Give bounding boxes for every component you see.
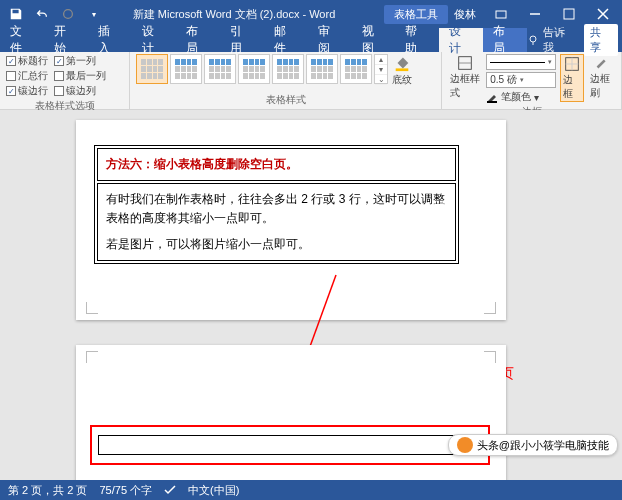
undo-icon[interactable] <box>32 4 52 24</box>
title-bar: ▾ 新建 Microsoft Word 文档 (2).docx - Word 表… <box>0 0 622 28</box>
pen-icon <box>486 91 498 103</box>
checkbox-banded-rows[interactable]: ✓镶边行 <box>6 84 48 98</box>
ribbon: ✓标题行 ✓第一列 汇总行 最后一列 ✓镶边行 镶边列 表格样式选项 ▴▾⌄ <box>0 52 622 110</box>
minimize-button[interactable] <box>520 0 550 28</box>
tab-table-design[interactable]: 设计 <box>439 28 483 52</box>
table-title: 方法六：缩小表格高度删除空白页。 <box>106 157 298 171</box>
save-icon[interactable] <box>6 4 26 24</box>
maximize-button[interactable] <box>554 0 584 28</box>
borders-button[interactable]: 边框 <box>560 54 584 102</box>
user-name[interactable]: 俊林 <box>448 7 482 22</box>
checkbox-last-column[interactable]: 最后一列 <box>54 69 106 83</box>
tab-table-layout[interactable]: 布局 <box>483 28 527 52</box>
ribbon-tabs: 文件 开始 插入 设计 布局 引用 邮件 审阅 视图 帮助 设计 布局 告诉我 … <box>0 28 622 52</box>
svg-point-0 <box>64 10 73 19</box>
tab-help[interactable]: 帮助 <box>395 28 439 52</box>
tab-file[interactable]: 文件 <box>0 28 44 52</box>
empty-table[interactable] <box>98 435 482 455</box>
table-styles-more[interactable]: ▴▾⌄ <box>374 54 388 84</box>
tab-mailings[interactable]: 邮件 <box>264 28 308 52</box>
avatar-icon <box>457 437 473 453</box>
tab-insert[interactable]: 插入 <box>88 28 132 52</box>
shading-button[interactable]: 底纹 <box>390 54 414 87</box>
page-corner <box>484 351 496 363</box>
annotation-highlight-box <box>90 425 490 465</box>
redo-icon[interactable] <box>58 4 78 24</box>
watermark-badge: 头条@跟小小筱学电脑技能 <box>448 434 618 456</box>
table-style-item[interactable] <box>340 54 372 84</box>
checkbox-total-row[interactable]: 汇总行 <box>6 69 48 83</box>
group-table-styles: ▴▾⌄ 底纹 表格样式 <box>130 52 442 109</box>
checkbox-banded-cols[interactable]: 镶边列 <box>54 84 96 98</box>
language-indicator[interactable]: 中文(中国) <box>188 483 239 498</box>
document-table[interactable]: 方法六：缩小表格高度删除空白页。 有时我们在制作表格时，往往会多出 2 行或 3… <box>94 145 459 264</box>
group-style-options: ✓标题行 ✓第一列 汇总行 最后一列 ✓镶边行 镶边列 表格样式选项 <box>0 52 130 109</box>
tab-home[interactable]: 开始 <box>44 28 88 52</box>
page-corner <box>484 302 496 314</box>
page-corner <box>86 302 98 314</box>
tab-layout-main[interactable]: 布局 <box>176 28 220 52</box>
pen-color-button[interactable]: 笔颜色▾ <box>486 90 556 104</box>
table-style-item[interactable] <box>306 54 338 84</box>
border-weight[interactable]: 0.5 磅▾ <box>486 72 556 88</box>
border-painter-button[interactable]: 边框刷 <box>588 54 615 100</box>
svg-rect-3 <box>564 9 574 19</box>
bucket-icon <box>392 54 412 72</box>
border-style-icon <box>456 54 474 72</box>
word-count[interactable]: 75/75 个字 <box>99 483 152 498</box>
group-borders: 边框样式 ▾ 0.5 磅▾ 笔颜色▾ 边框 边框刷 边框 <box>442 52 622 109</box>
table-style-item[interactable] <box>204 54 236 84</box>
group-label: 表格样式 <box>136 92 435 107</box>
svg-rect-1 <box>496 11 506 18</box>
status-bar: 第 2 页，共 2 页 75/75 个字 中文(中国) <box>0 480 622 500</box>
tab-design-main[interactable]: 设计 <box>132 28 176 52</box>
table-style-item[interactable] <box>238 54 270 84</box>
table-body: 有时我们在制作表格时，往往会多出 2 行或 3 行，这时可以调整表格的高度将其缩… <box>106 190 447 228</box>
table-style-item[interactable] <box>170 54 202 84</box>
contextual-tab-label: 表格工具 <box>384 5 448 24</box>
page-2 <box>76 345 506 480</box>
tab-view[interactable]: 视图 <box>352 28 396 52</box>
page-1: 方法六：缩小表格高度删除空白页。 有时我们在制作表格时，往往会多出 2 行或 3… <box>76 120 506 320</box>
document-title: 新建 Microsoft Word 文档 (2).docx - Word <box>104 7 364 22</box>
checkbox-header-row[interactable]: ✓标题行 <box>6 54 48 68</box>
spell-check-icon[interactable] <box>164 484 176 496</box>
borders-icon <box>563 55 581 73</box>
page-corner <box>86 351 98 363</box>
page-indicator[interactable]: 第 2 页，共 2 页 <box>8 483 87 498</box>
border-styles-button[interactable]: 边框样式 <box>448 54 482 100</box>
svg-rect-6 <box>396 68 409 71</box>
qat-customize-icon[interactable]: ▾ <box>84 4 104 24</box>
table-style-item[interactable] <box>136 54 168 84</box>
brush-icon <box>593 54 611 72</box>
svg-point-4 <box>530 36 536 42</box>
tab-review[interactable]: 审阅 <box>308 28 352 52</box>
lightbulb-icon <box>527 34 539 46</box>
table-style-item[interactable] <box>272 54 304 84</box>
table-body-2: 若是图片，可以将图片缩小一点即可。 <box>106 235 447 254</box>
document-canvas[interactable]: 方法六：缩小表格高度删除空白页。 有时我们在制作表格时，往往会多出 2 行或 3… <box>0 110 622 480</box>
tell-me-search[interactable]: 告诉我 <box>527 25 584 55</box>
svg-rect-9 <box>487 101 497 103</box>
checkbox-first-column[interactable]: ✓第一列 <box>54 54 96 68</box>
border-line-style[interactable]: ▾ <box>486 54 556 70</box>
tab-references[interactable]: 引用 <box>220 28 264 52</box>
